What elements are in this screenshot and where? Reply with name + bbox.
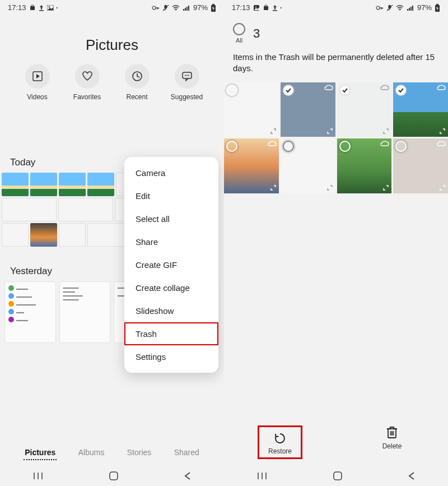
svg-point-25 — [255, 6, 256, 7]
trash-item[interactable] — [224, 82, 279, 137]
back-icon[interactable] — [184, 471, 192, 480]
delete-button[interactable]: Delete — [336, 419, 448, 466]
category-videos[interactable]: Videos — [18, 64, 57, 101]
pictures-screen: 17:13 • 97% Pictures Videos Favorites — [0, 0, 224, 486]
trash-item[interactable] — [337, 82, 392, 137]
trash-item[interactable] — [224, 138, 279, 193]
status-bar: 17:13 • 97% — [224, 0, 448, 13]
status-battery-pct: 97% — [417, 3, 432, 12]
tab-stories[interactable]: Stories — [126, 446, 153, 460]
home-icon[interactable] — [109, 471, 119, 481]
expand-icon — [382, 128, 389, 135]
menu-slideshow[interactable]: Slideshow — [124, 299, 218, 322]
clock-icon — [132, 71, 143, 82]
recents-icon[interactable] — [256, 471, 268, 480]
expand-icon — [439, 128, 446, 135]
select-all-control[interactable]: All — [233, 23, 245, 44]
svg-rect-9 — [185, 8, 186, 11]
thumb[interactable] — [30, 223, 57, 247]
menu-edit[interactable]: Edit — [124, 184, 218, 207]
page-title: Pictures — [0, 36, 224, 54]
restore-icon — [273, 432, 287, 445]
checkbox-icon — [339, 141, 351, 152]
action-bar: Restore Delete — [224, 419, 448, 466]
wifi-icon — [172, 5, 180, 11]
svg-rect-27 — [265, 5, 267, 7]
category-favorites[interactable]: Favorites — [68, 64, 107, 101]
checkbox-icon — [226, 141, 237, 152]
thumb[interactable] — [2, 173, 29, 196]
wifi-icon — [396, 5, 404, 11]
menu-camera[interactable]: Camera — [124, 161, 218, 184]
category-row: Videos Favorites Recent Suggested — [0, 64, 224, 105]
svg-rect-12 — [212, 4, 214, 5]
bag-icon — [29, 4, 36, 11]
signal-icon — [407, 5, 414, 11]
tab-shared[interactable]: Shared — [173, 446, 200, 460]
menu-create-gif[interactable]: Create GIF — [124, 253, 218, 276]
svg-rect-35 — [412, 6, 413, 11]
tab-albums[interactable]: Albums — [77, 446, 106, 460]
thumb[interactable] — [87, 173, 114, 196]
checkmark-icon — [395, 85, 407, 96]
thumb[interactable] — [30, 173, 57, 196]
menu-share[interactable]: Share — [124, 230, 218, 253]
thumb[interactable] — [2, 223, 29, 247]
thumb[interactable] — [59, 173, 86, 196]
thumb[interactable] — [2, 198, 57, 221]
trash-item[interactable] — [337, 138, 392, 193]
svg-rect-32 — [407, 9, 408, 11]
category-suggested[interactable]: Suggested — [167, 64, 207, 101]
status-time: 17:13 — [8, 3, 26, 12]
play-icon — [32, 71, 43, 82]
checkbox-icon — [283, 141, 294, 152]
trash-item[interactable] — [393, 82, 448, 137]
vpn-icon — [152, 5, 160, 11]
category-recent[interactable]: Recent — [118, 64, 157, 101]
trash-item[interactable] — [281, 82, 335, 137]
thumb[interactable] — [59, 223, 86, 247]
back-icon[interactable] — [408, 471, 416, 480]
expand-icon — [270, 128, 277, 135]
cloud-icon — [324, 85, 333, 91]
select-all-checkbox-icon — [233, 23, 245, 35]
menu-select-all[interactable]: Select all — [124, 207, 218, 230]
status-time: 17:13 — [232, 3, 250, 12]
thumb[interactable]: ▬▬▬ ▬▬▬▬ ▬▬▬▬▬ ▬▬ ▬▬▬ — [4, 281, 56, 343]
expand-icon — [439, 184, 446, 191]
tab-pictures[interactable]: Pictures — [24, 446, 57, 460]
trash-notice: Items in the Trash will be permanently d… — [224, 47, 448, 82]
image-icon — [47, 5, 54, 11]
mute-icon — [162, 4, 169, 11]
trash-item[interactable] — [393, 138, 448, 193]
svg-rect-8 — [183, 9, 184, 11]
bottom-tabs: Pictures Albums Stories Shared — [0, 440, 224, 466]
svg-point-18 — [186, 75, 188, 76]
menu-trash[interactable]: Trash — [124, 322, 218, 345]
heart-icon — [82, 71, 93, 82]
thumb[interactable]: ▬▬▬▬▬▬▬▬▬▬▬▬▬▬▬▬ — [59, 281, 111, 343]
checkbox-icon — [226, 85, 237, 96]
home-icon[interactable] — [333, 471, 343, 481]
android-nav-bar — [0, 466, 224, 486]
recents-icon[interactable] — [32, 471, 44, 480]
svg-point-19 — [188, 75, 189, 76]
trash-screen: 17:13 • 97% All 3 Items in the Trash wil… — [224, 0, 448, 486]
cloud-icon — [437, 85, 446, 91]
mute-icon — [386, 4, 393, 11]
trash-item[interactable] — [281, 138, 335, 193]
restore-button[interactable]: Restore — [224, 419, 336, 466]
svg-rect-11 — [188, 6, 189, 11]
menu-create-collage[interactable]: Create collage — [124, 276, 218, 299]
svg-rect-45 — [334, 472, 342, 480]
svg-rect-33 — [409, 8, 410, 11]
cloud-icon — [437, 141, 446, 147]
upload-icon — [272, 4, 278, 11]
overflow-menu: Camera Edit Select all Share Create GIF … — [124, 157, 218, 373]
expand-icon — [382, 184, 389, 191]
thumb[interactable] — [58, 198, 113, 221]
trash-icon — [386, 425, 398, 439]
android-nav-bar — [224, 466, 448, 486]
svg-rect-28 — [273, 10, 277, 11]
menu-settings[interactable]: Settings — [124, 345, 218, 368]
